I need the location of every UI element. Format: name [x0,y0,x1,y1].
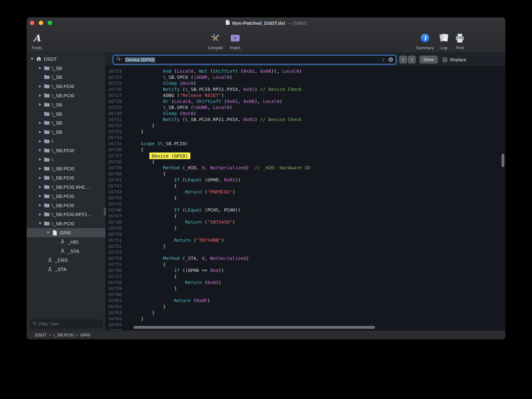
disclosure-closed-icon[interactable] [37,103,43,106]
sidebar-tree[interactable]: DSDT\_SB\_SB\_SB.PCI0\_SB.PCI0\_SB\_SB\_… [27,53,106,318]
tree-item-sb[interactable]: \_SB [27,118,106,128]
document-proxy-icon[interactable] [225,20,230,26]
disclosure-closed-icon[interactable] [37,131,43,133]
disclosure-closed-icon[interactable] [37,177,43,179]
folder-icon [44,120,50,125]
tree-item-crs[interactable]: _CRS [27,256,106,265]
summary-button[interactable]: i Summary [415,28,435,53]
disclosure-closed-icon[interactable] [37,67,43,69]
code-line: 16750 [106,231,505,237]
tree-item-sbpci0[interactable]: \_SB.PCI0 [27,219,106,228]
breadcrumb-item[interactable]: DSDT [35,333,47,337]
tree-item-sbpci0[interactable]: \_SB.PCI0 [27,146,106,155]
disclosure-open-icon[interactable] [45,232,51,234]
tree-item-gpi0[interactable]: GPI0 [27,228,106,237]
patch-button[interactable]: Patch [226,28,244,53]
disclosure-closed-icon[interactable] [37,167,43,170]
code-line: 16752 } [106,243,505,249]
folder-icon [44,112,50,116]
line-number: 16756 [106,267,126,274]
breadcrumb-item[interactable]: GPI0 [80,333,90,337]
tree-item-sbpci0[interactable]: \_SB.PCI0 [27,91,106,100]
tree-item-sbpci0[interactable]: \_SB.PCI0 [27,192,106,201]
disclosure-closed-icon[interactable] [37,213,43,216]
tree-item-[interactable]: \ [27,137,106,146]
titlebar[interactable]: Non-Patched_DSDT.dsl — Edited [27,17,505,28]
disclosure-closed-icon[interactable] [37,122,43,124]
disclosure-closed-icon[interactable] [37,140,43,143]
tree-item-hid[interactable]: _HID [27,237,106,247]
close-button[interactable] [30,21,34,25]
disclosure-closed-icon[interactable] [37,94,43,97]
tree-item-sta[interactable]: _STA [27,247,106,256]
disclosure-open-icon[interactable] [29,58,35,60]
disclosure-closed-icon[interactable] [37,85,43,88]
tree-item-label: \_SB.PCI0 [52,221,74,226]
tree-item-sbpci0rp21[interactable]: \_SB.PCI0.RP21… [27,210,106,219]
tree-item-sbpci0[interactable]: \_SB.PCI0 [27,164,106,173]
search-menu-icon[interactable] [116,57,123,63]
method-icon [59,239,66,244]
code-line: 16737 Device (GPI0) [106,153,505,159]
editor-pane: Device (GPI0) 2 ‹ › Done Replace 16723 [106,53,505,330]
filter-tree-input[interactable] [39,321,99,327]
disclosure-open-icon[interactable] [37,222,43,225]
tree-item-sb[interactable]: \_SB [27,127,106,137]
line-number: 16747 [106,213,126,219]
tree-item-sb[interactable]: \_SB [27,73,106,82]
tree-item-sbpci0[interactable]: \_SB.PCI0 [27,173,106,182]
code-line: 16748 Return ("INT3450") [106,219,505,225]
find-next-button[interactable]: › [408,56,416,64]
code-line: 16762 } [106,304,505,310]
tree-item-sbpci0[interactable]: \_SB.PCI0 [27,82,106,91]
disclosure-closed-icon[interactable] [37,204,43,206]
disclosure-closed-icon[interactable] [37,186,43,188]
line-number: 16754 [106,255,126,261]
line-number: 16726 [106,86,126,92]
folder-icon [44,166,50,171]
breadcrumb-item[interactable]: \_SB.PCI0 [53,333,73,337]
tree-item-sbpci0xhc[interactable]: \_SB.PCI0.XHC… [27,182,106,192]
compile-button[interactable]: Compile [207,28,224,53]
line-number: 16749 [106,225,126,231]
done-button[interactable]: Done [419,56,438,64]
code-editor[interactable]: 16723 And (Local0, Not (ShiftLeft (0x01,… [106,66,505,330]
folder-icon [44,194,50,199]
find-previous-button[interactable]: ‹ [399,56,407,64]
clear-search-icon[interactable] [388,57,393,62]
filter-tree-field[interactable] [30,320,102,328]
disclosure-closed-icon[interactable] [37,195,43,197]
code-line: 16731 Notify (\_SB.PCI0.RP21.PXSX, 0x01)… [106,117,505,123]
tree-item-sb[interactable]: \_SB [27,100,106,109]
log-button[interactable]: Log [437,28,451,53]
tree-item-label: \_SB.PCI0 [52,193,74,199]
zoom-button[interactable] [48,21,52,25]
replace-checkbox[interactable] [442,57,447,62]
print-button[interactable]: Print [453,28,467,53]
tree-item-label: \_SB.PCI0 [52,166,74,171]
disclosure-closed-icon[interactable] [37,158,43,161]
line-number: 16745 [106,201,126,207]
line-number: 16752 [106,243,126,249]
vertical-scrollbar[interactable] [501,154,504,167]
code-line: 16758 Return (0x03) [106,280,505,286]
tree-item-sta[interactable]: _STA [27,265,106,274]
fonts-button[interactable]: A Fonts [28,28,46,53]
breadcrumb-separator: ▸ [47,333,54,337]
search-input[interactable]: Device (GPI0) 2 [113,55,396,64]
line-number: 16766 [106,328,126,330]
code-line: 16749 } [106,225,505,231]
pane-splitter-handle[interactable] [104,207,106,216]
line-number: 16741 [106,177,126,183]
horizontal-scrollbar[interactable] [133,326,375,329]
minimize-button[interactable] [39,21,43,25]
tree-item-dsdt[interactable]: DSDT [27,54,106,64]
disclosure-closed-icon[interactable] [37,149,43,152]
folder-icon [44,102,50,107]
tree-item-sb[interactable]: \_SB [27,64,106,73]
tree-item-[interactable]: \ [27,155,106,164]
line-number: 16725 [106,80,126,86]
tree-item-label: \_SB [52,120,62,125]
tree-item-sb[interactable]: \_SB [27,109,106,118]
tree-item-sbpci0[interactable]: \_SB.PCI0 [27,201,106,210]
